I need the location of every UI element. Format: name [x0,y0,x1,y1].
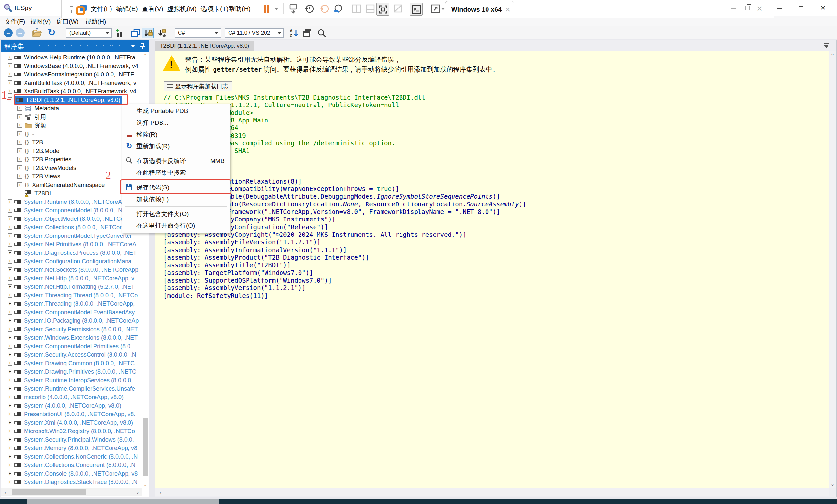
search-icon[interactable] [317,29,326,38]
context-menu-item[interactable]: 移除(R) [122,129,230,141]
tree-hscrollbar-thumb[interactable] [12,489,86,495]
menu-window[interactable]: 窗口(W) [56,17,79,26]
expand-icon[interactable]: + [7,208,13,213]
expand-icon[interactable]: + [7,72,13,77]
expand-icon[interactable]: + [7,454,13,459]
expand-icon[interactable]: + [7,361,13,366]
expand-icon[interactable]: + [7,199,13,204]
expand-icon[interactable]: + [7,250,13,255]
tree-item[interactable]: +System.Runtime.InteropServices (8.0.0.0… [1,376,149,385]
restore-button[interactable] [796,3,806,13]
vm-menu-help[interactable]: 帮助(H) [229,4,251,13]
context-menu-item[interactable]: 在这里打开命令行(O) [122,220,230,231]
tree-horizontal-scrollbar[interactable]: ‹ › [1,488,142,496]
pause-button[interactable] [264,5,270,14]
tab-list-icon[interactable] [823,43,829,48]
vm-minimize-button[interactable] [731,4,736,12]
expand-icon[interactable]: + [7,310,13,315]
member-filter-icon[interactable] [156,28,168,38]
tree-item[interactable]: +System.IO.Packaging (8.0.0.0, .NETCoreA… [1,317,149,325]
expand-icon[interactable]: + [7,403,13,408]
code-scroll-down-icon[interactable]: ⌄ [829,481,836,487]
take-snapshot-icon[interactable] [304,4,314,14]
tree-item[interactable]: +System.Net.Http.Formatting (5.2.7.0, .N… [1,282,149,291]
manage-lists-icon[interactable] [115,29,124,38]
vm-menu-file[interactable]: 文件(F) [91,4,112,13]
panel-pin-icon[interactable] [139,43,145,50]
fit-dropdown-icon[interactable] [441,8,445,10]
tree-item[interactable]: +System.Collections.Concurrent (8.0.0.0,… [1,461,149,469]
tree-item[interactable]: +System.Diagnostics.StackTrace (8.0.0.0,… [1,478,149,486]
expand-icon[interactable]: + [7,301,13,306]
tree-item[interactable]: +System.Drawing.Primitives (8.0.0.0, .NE… [1,368,149,376]
tree-item[interactable]: +System.Memory (8.0.0.0, .NETCoreApp, v8 [1,444,149,452]
expand-icon[interactable]: + [7,429,13,433]
expand-icon[interactable]: + [17,165,22,170]
expand-icon[interactable]: + [7,318,13,323]
tree-item[interactable]: +System.ComponentModel.EventBasedAsy [1,308,149,317]
tree-item[interactable]: +System.Security.Principal.Windows (8.0.… [1,435,149,444]
context-menu-item[interactable]: 生成 Portable PDB [122,105,230,117]
expand-icon[interactable]: + [17,114,22,119]
tree-item[interactable]: +System.Net.Sockets (8.0.0.0, .NETCoreAp… [1,265,149,274]
context-menu-item[interactable]: 在此程序集中搜索 [122,167,230,179]
tree-item[interactable]: +System.Net.Http (8.0.0.0, .NETCoreApp, … [1,274,149,282]
tree-item[interactable]: +Windows.Help.Runtime (10.0.0.0, .NETFra [1,53,149,62]
expand-icon[interactable]: + [17,148,22,153]
tree-item[interactable]: +System.Xml (4.0.0.0, .NETCoreApp, v8.0) [1,418,149,427]
menu-view[interactable]: 视图(V) [30,17,51,26]
tree-item[interactable]: +System.Collections.NonGeneric (8.0.0.0,… [1,452,149,461]
expand-icon[interactable]: + [7,378,13,382]
fit-window-icon[interactable] [431,4,440,14]
vm-tab-windows10[interactable]: Windows 10 x64 ✕ [445,1,514,18]
expand-icon[interactable]: + [7,412,13,416]
tree-item[interactable]: +mscorlib (4.0.0.0, .NETCoreApp, v8.0) [1,393,149,402]
scroll-down-icon[interactable]: ⌄ [142,482,149,488]
language-version-dropdown[interactable]: C# 11.0 / VS 202 [225,29,284,38]
expand-icon[interactable]: + [17,106,22,111]
document-tab[interactable]: T2BDI (1.1.2.1, .NETCoreApp, v8.0) [155,41,254,51]
tree-scrollbar-thumb[interactable] [143,418,148,475]
code-vertical-scrollbar[interactable]: ⌃ ⌄ [829,51,836,488]
scroll-right-icon[interactable]: › [135,489,141,495]
vm-menu-tabs[interactable]: 选项卡(T) [200,4,229,13]
console-button[interactable] [410,3,423,16]
sort-icon[interactable]: A Z [289,29,299,38]
window-copy-icon[interactable] [131,29,141,38]
expand-icon[interactable]: + [7,369,13,374]
language-dropdown[interactable]: C# [175,29,221,38]
tree-item[interactable]: +System.Runtime.CompilerServices.Unsafe [1,385,149,393]
code-scroll-up-icon[interactable]: ⌃ [829,53,836,58]
context-menu-item[interactable]: 选择 PDB... [122,117,230,129]
context-menu-item[interactable]: 打开包含文件夹(O) [122,208,230,220]
expand-icon[interactable]: + [7,463,13,467]
panel-menu-icon[interactable] [131,45,135,48]
context-menu-item[interactable]: 加载依赖(L) [122,193,230,205]
vm-menu-view[interactable]: 查看(V) [142,4,163,13]
code-horizontal-scrollbar[interactable]: ‹ [155,488,829,496]
fullscreen-button[interactable] [376,3,389,16]
tree-item[interactable]: +Microsoft.Win32.Registry (8.0.0.0, .NET… [1,427,149,435]
assembly-list-dropdown[interactable]: (Default) [66,29,112,38]
tree-item[interactable]: +System.Console (8.0.0.0, .NETCoreApp, v… [1,469,149,478]
vm-tab-close-icon[interactable]: ✕ [505,6,511,14]
scroll-left-icon[interactable]: ‹ [2,489,9,495]
tree-item[interactable]: +System.Drawing.Common (8.0.0.0, .NETC [1,359,149,368]
refresh-icon[interactable]: ↻ [48,29,55,38]
menu-help[interactable]: 帮助(H) [85,17,106,26]
open-file-icon[interactable] [32,29,42,38]
menu-file[interactable]: 文件(F) [4,17,25,26]
expand-icon[interactable]: + [7,89,13,94]
pause-dropdown-icon[interactable] [274,8,278,10]
expand-icon[interactable]: + [7,335,13,340]
scroll-up-icon[interactable]: ⌃ [142,53,149,58]
expand-icon[interactable]: + [7,225,13,230]
show-assembly-load-log-button[interactable]: 显示程序集加载日志 [164,81,232,91]
vm-restore-button[interactable] [745,4,750,12]
expand-icon[interactable]: + [17,131,22,136]
tree-item[interactable]: +System.Net.Primitives (8.0.0.0, .NETCor… [1,240,149,248]
close-button[interactable]: ✕ [818,3,828,13]
back-button[interactable]: ← [4,29,13,37]
expand-icon[interactable]: + [17,174,22,179]
pin-icon[interactable] [67,5,75,14]
